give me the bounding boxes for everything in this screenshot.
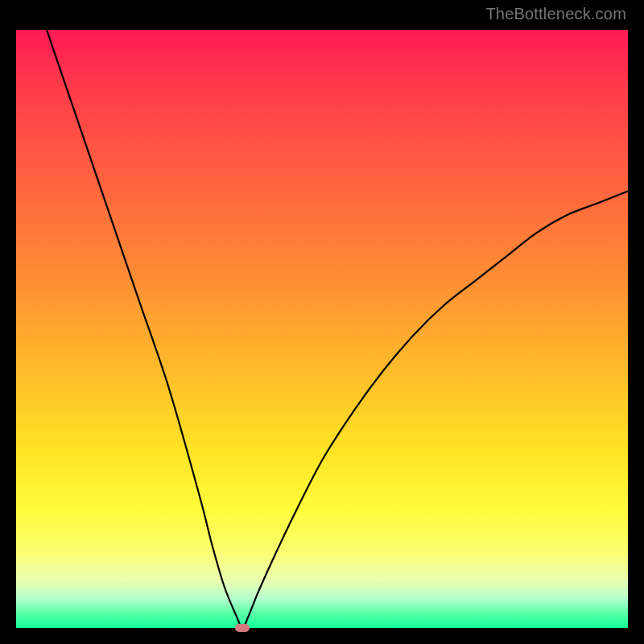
bottleneck-curve: [47, 30, 628, 628]
minimum-marker: [235, 624, 250, 632]
plot-area: [16, 30, 628, 628]
curve-svg: [16, 30, 628, 628]
watermark-text: TheBottleneck.com: [485, 5, 626, 23]
chart-frame: TheBottleneck.com: [0, 0, 644, 644]
